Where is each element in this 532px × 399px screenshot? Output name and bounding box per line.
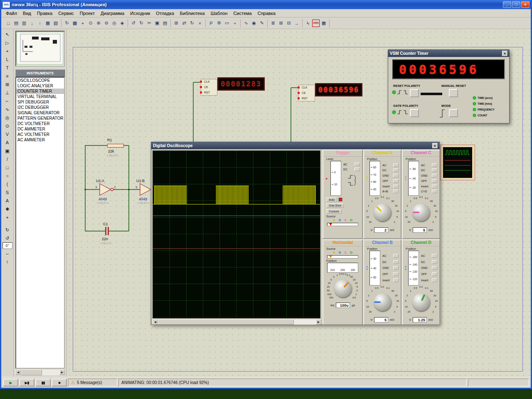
channel-toggle-button[interactable] [432,168,437,172]
source-letter[interactable]: D [350,251,352,254]
design-explorer-icon[interactable]: ≣ [269,20,277,27]
component-mode-tool[interactable]: ▷ [3,39,12,47]
instrument-list-item[interactable]: AC VOLTMETER [16,132,64,137]
make-device-icon[interactable]: ⚙ [215,20,223,27]
trigger-level-slider[interactable]: 010 [330,161,341,196]
save-design-icon[interactable]: ▥ [20,20,28,27]
channel-toggle-button[interactable] [432,185,437,188]
component-resistor-r1[interactable]: R1 22k <TEXT> [103,136,132,160]
zoom-all-icon[interactable]: ◎ [111,20,118,27]
netlist-ares-icon[interactable]: ARES [312,20,320,27]
rotate-anticlockwise-icon[interactable]: ↺ [3,234,12,242]
channel-toggle-button[interactable] [393,163,399,167]
redraw-icon[interactable]: ↻ [63,20,71,27]
menu-item[interactable]: Исходник [127,10,153,17]
gate-polarity-button[interactable] [410,109,419,117]
voltage-probe-tool[interactable]: V [3,130,12,138]
instrument-list-item[interactable]: AC AMMETER [16,137,64,143]
scroll-right-icon[interactable]: ▶ [59,369,65,375]
symbol-2d-tool[interactable]: ✱ [3,205,12,213]
channel-d-position-slider[interactable]: -150-140-130-120 [408,251,419,286]
new-design-icon[interactable]: □ [5,20,12,27]
channel-toggle-button[interactable] [393,278,399,282]
channel-toggle-button[interactable] [393,272,399,276]
import-section-icon[interactable]: ↓ [28,20,36,27]
trigger-coupling-button[interactable] [355,167,360,171]
cut-icon[interactable]: ✂ [145,20,153,27]
false-origin-icon[interactable]: + [79,20,86,27]
junction-dot-tool[interactable]: + [3,47,12,55]
channel-toggle-button[interactable] [393,168,399,172]
animation-control-button[interactable]: ▮▮ [35,379,51,387]
channel-toggle-button[interactable] [432,260,437,264]
channel-a-gain-knob[interactable]: 20105210.50.20.150201052 [364,197,401,226]
channel-c-gain-knob[interactable]: 20105210.50.20.150201052 [403,197,439,226]
component-inverter-u1a[interactable]: U1:A 3 2 4049 <TEXT> [94,179,139,206]
reset-polarity-button[interactable] [410,89,419,97]
object-selector-scrollbar[interactable]: ◀ ▶ [15,369,65,375]
horizontal-position-slider[interactable]: 210200190 [327,263,358,273]
trigger-source-marker[interactable] [329,223,332,226]
source-letter[interactable]: B [339,218,341,222]
instrument-list-item[interactable]: COUNTER TIMER [16,89,64,94]
instrument-list-item[interactable]: DC VOLTMETER [16,121,64,126]
horizontal-source-slider[interactable] [327,255,358,259]
channel-toggle-button[interactable] [432,278,437,282]
source-letter[interactable]: A [333,218,335,222]
circle-2d-tool[interactable]: ○ [3,172,12,180]
minimize-icon[interactable]: _ [503,1,511,8]
close-icon[interactable]: × [521,1,530,8]
zoom-out-icon[interactable]: ⊖ [103,20,110,27]
print-icon[interactable]: ▦ [44,20,52,27]
decompose-icon[interactable]: ÷ [231,20,239,27]
trigger-source-slider[interactable] [327,223,358,226]
channel-toggle-button[interactable] [393,190,399,193]
scroll-right-icon[interactable]: ▶ [316,319,321,325]
channel-toggle-button[interactable] [393,266,399,270]
channel-toggle-button[interactable] [432,163,437,167]
property-assignment-icon[interactable]: ✎ [258,20,266,27]
instrument-list-item[interactable]: DC AMMETER [16,126,64,132]
trigger-cursors-button[interactable]: Cursors [326,209,342,214]
goto-sheet-icon[interactable]: → [293,20,300,27]
subcircuit-tool[interactable]: ⊞ [3,80,12,89]
trigger-coupling-button[interactable] [355,163,360,166]
message-cell[interactable]: ⚠ 5 Message(s) [68,379,117,387]
position-arrows[interactable]: ▲▼ [365,175,369,181]
animation-control-button[interactable]: ■ [52,379,67,387]
block-move-icon[interactable]: ⇄ [180,20,188,27]
counter-mode-option[interactable]: FREQUENCY [473,106,495,112]
channel-toggle-button[interactable] [432,179,437,183]
oscilloscope-component[interactable] [440,145,475,180]
netlist-compiler-icon[interactable]: ▦ [320,20,328,27]
source-letter[interactable]: C [345,251,347,254]
menu-item[interactable]: Вид [20,10,34,17]
new-sheet-icon[interactable]: ⊞ [277,20,285,27]
channel-toggle-button[interactable] [393,185,399,188]
generator-mode-tool[interactable]: ⊙ [3,122,12,130]
horizontal-source-marker[interactable] [329,256,332,258]
instrument-list-item[interactable]: I2C DEBUGGER [16,105,64,110]
toggle-grid-icon[interactable]: ▩ [71,20,79,27]
channel-b-gain-knob[interactable]: 20105210.50.20.150201052 [364,286,401,315]
mirror-vertical-icon[interactable]: ↕ [3,257,12,266]
channel-toggle-button[interactable] [393,174,399,177]
mark-output-area-icon[interactable]: ▧ [52,20,59,27]
zoom-area-icon[interactable]: ◈ [118,20,126,27]
timebase-knob[interactable]: 2001005020105210.50.20.15020105210.5 [323,273,362,301]
source-letter[interactable]: A [333,251,335,254]
trigger-auto-button[interactable]: Auto [326,197,337,202]
channel-toggle-button[interactable] [432,254,437,258]
tape-recorder-tool[interactable]: ◎ [3,113,12,122]
marker-2d-tool[interactable]: + [3,213,12,222]
trigger-oneshot-button[interactable]: One-Shot [326,203,344,208]
channel-toggle-button[interactable] [432,174,437,177]
rotate-clockwise-icon[interactable]: ↻ [3,226,12,234]
search-tag-icon[interactable]: ◉ [250,20,258,27]
menu-item[interactable]: Проект [77,10,98,17]
counter-mode-option[interactable]: COUNT [473,112,495,118]
instrument-list-item[interactable]: SPI DEBUGGER [16,99,64,105]
schematic-overview[interactable] [15,31,65,66]
source-letter[interactable]: B [339,251,341,254]
menu-item[interactable]: Система [230,10,254,17]
